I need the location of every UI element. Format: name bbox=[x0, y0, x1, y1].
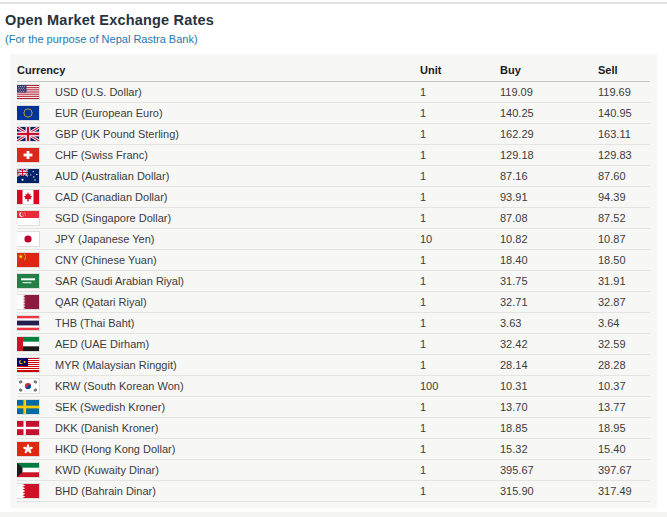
buy-rate-value: 31.75 bbox=[500, 271, 598, 292]
sell-rate-value: 140.95 bbox=[598, 103, 650, 124]
currency-label: THB (Thai Baht) bbox=[55, 317, 134, 329]
sweden-flag bbox=[17, 400, 39, 414]
unit-value: 1 bbox=[420, 145, 500, 166]
buy-rate-value: 13.70 bbox=[500, 397, 598, 418]
table-row: GBP (UK Pound Sterling) 1 162.29 163.11 bbox=[17, 124, 650, 145]
table-row: AED (UAE Dirham) 1 32.42 32.59 bbox=[17, 334, 650, 355]
uae-flag bbox=[17, 337, 39, 351]
table-row: USD (U.S. Dollar) 1 119.09 119.69 bbox=[17, 82, 650, 103]
currency-label: GBP (UK Pound Sterling) bbox=[55, 128, 179, 140]
south-korea-flag bbox=[17, 379, 39, 393]
currency-label: AED (UAE Dirham) bbox=[55, 338, 149, 350]
denmark-flag bbox=[17, 421, 39, 435]
sell-rate-value: 317.49 bbox=[598, 481, 650, 502]
sell-rate-value: 3.64 bbox=[598, 313, 650, 334]
unit-value: 1 bbox=[420, 439, 500, 460]
unit-value: 1 bbox=[420, 355, 500, 376]
column-header-sell: Sell bbox=[598, 58, 650, 82]
buy-rate-value: 3.63 bbox=[500, 313, 598, 334]
qatar-flag bbox=[17, 295, 39, 309]
malaysia-flag bbox=[17, 358, 39, 372]
sell-rate-value: 32.59 bbox=[598, 334, 650, 355]
table-row: SEK (Swedish Kroner) 1 13.70 13.77 bbox=[17, 397, 650, 418]
sell-rate-value: 129.83 bbox=[598, 145, 650, 166]
sell-rate-value: 15.40 bbox=[598, 439, 650, 460]
unit-value: 1 bbox=[420, 166, 500, 187]
bottom-section-divider bbox=[0, 512, 667, 517]
sell-rate-value: 31.91 bbox=[598, 271, 650, 292]
unit-value: 1 bbox=[420, 313, 500, 334]
buy-rate-value: 119.09 bbox=[500, 82, 598, 103]
unit-value: 1 bbox=[420, 124, 500, 145]
singapore-flag bbox=[17, 211, 39, 225]
currency-label: MYR (Malaysian Ringgit) bbox=[55, 359, 177, 371]
table-row: MYR (Malaysian Ringgit) 1 28.14 28.28 bbox=[17, 355, 650, 376]
sell-rate-value: 28.28 bbox=[598, 355, 650, 376]
buy-rate-value: 28.14 bbox=[500, 355, 598, 376]
currency-label: JPY (Japanese Yen) bbox=[55, 233, 154, 245]
unit-value: 1 bbox=[420, 481, 500, 502]
column-header-currency: Currency bbox=[17, 58, 420, 82]
table-row: SGD (Singapore Dollar) 1 87.08 87.52 bbox=[17, 208, 650, 229]
table-row: CAD (Canadian Dollar) 1 93.91 94.39 bbox=[17, 187, 650, 208]
table-row: KRW (South Korean Won) 100 10.31 10.37 bbox=[17, 376, 650, 397]
buy-rate-value: 32.42 bbox=[500, 334, 598, 355]
currency-label: SAR (Saudi Arabian Riyal) bbox=[55, 275, 184, 287]
sell-rate-value: 397.67 bbox=[598, 460, 650, 481]
buy-rate-value: 162.29 bbox=[500, 124, 598, 145]
sell-rate-value: 32.87 bbox=[598, 292, 650, 313]
buy-rate-value: 32.71 bbox=[500, 292, 598, 313]
sell-rate-value: 13.77 bbox=[598, 397, 650, 418]
kuwait-flag bbox=[17, 463, 39, 477]
japan-flag bbox=[17, 232, 39, 246]
sell-rate-value: 163.11 bbox=[598, 124, 650, 145]
currency-label: HKD (Hong Kong Dollar) bbox=[55, 443, 175, 455]
table-row: DKK (Danish Kroner) 1 18.85 18.95 bbox=[17, 418, 650, 439]
australia-flag bbox=[17, 169, 39, 183]
unit-value: 10 bbox=[420, 229, 500, 250]
currency-label: CAD (Canadian Dollar) bbox=[55, 191, 168, 203]
us-flag bbox=[17, 85, 39, 99]
eu-flag bbox=[17, 106, 39, 120]
buy-rate-value: 18.40 bbox=[500, 250, 598, 271]
currency-label: BHD (Bahrain Dinar) bbox=[55, 485, 156, 497]
buy-rate-value: 87.08 bbox=[500, 208, 598, 229]
table-row: HKD (Hong Kong Dollar) 1 15.32 15.40 bbox=[17, 439, 650, 460]
unit-value: 1 bbox=[420, 208, 500, 229]
unit-value: 1 bbox=[420, 103, 500, 124]
page-subtitle: (For the purpose of Nepal Rastra Bank) bbox=[5, 33, 667, 45]
table-row: EUR (European Euro) 1 140.25 140.95 bbox=[17, 103, 650, 124]
currency-label: SGD (Singapore Dollar) bbox=[55, 212, 171, 224]
exchange-rates-table: Currency Unit Buy Sell USD (U.S. Dollar)… bbox=[17, 58, 650, 502]
bahrain-flag bbox=[17, 484, 39, 498]
sell-rate-value: 119.69 bbox=[598, 82, 650, 103]
buy-rate-value: 93.91 bbox=[500, 187, 598, 208]
table-row: JPY (Japanese Yen) 10 10.82 10.87 bbox=[17, 229, 650, 250]
unit-value: 1 bbox=[420, 271, 500, 292]
switzerland-flag bbox=[17, 148, 39, 162]
currency-label: CHF (Swiss Franc) bbox=[55, 149, 148, 161]
unit-value: 1 bbox=[420, 250, 500, 271]
sell-rate-value: 87.60 bbox=[598, 166, 650, 187]
unit-value: 1 bbox=[420, 397, 500, 418]
table-row: THB (Thai Baht) 1 3.63 3.64 bbox=[17, 313, 650, 334]
unit-value: 1 bbox=[420, 460, 500, 481]
column-header-buy: Buy bbox=[500, 58, 598, 82]
page-title: Open Market Exchange Rates bbox=[5, 12, 667, 28]
currency-label: KWD (Kuwaity Dinar) bbox=[55, 464, 159, 476]
unit-value: 1 bbox=[420, 418, 500, 439]
saudi-arabia-flag bbox=[17, 274, 39, 288]
rates-table-body: USD (U.S. Dollar) 1 119.09 119.69 EUR (E… bbox=[17, 82, 650, 502]
buy-rate-value: 10.31 bbox=[500, 376, 598, 397]
unit-value: 1 bbox=[420, 292, 500, 313]
sell-rate-value: 10.37 bbox=[598, 376, 650, 397]
unit-value: 100 bbox=[420, 376, 500, 397]
table-row: QAR (Qatari Riyal) 1 32.71 32.87 bbox=[17, 292, 650, 313]
unit-value: 1 bbox=[420, 334, 500, 355]
buy-rate-value: 140.25 bbox=[500, 103, 598, 124]
currency-label: USD (U.S. Dollar) bbox=[55, 86, 142, 98]
currency-label: EUR (European Euro) bbox=[55, 107, 163, 119]
table-row: SAR (Saudi Arabian Riyal) 1 31.75 31.91 bbox=[17, 271, 650, 292]
table-header-row: Currency Unit Buy Sell bbox=[17, 58, 650, 82]
currency-label: DKK (Danish Kroner) bbox=[55, 422, 158, 434]
